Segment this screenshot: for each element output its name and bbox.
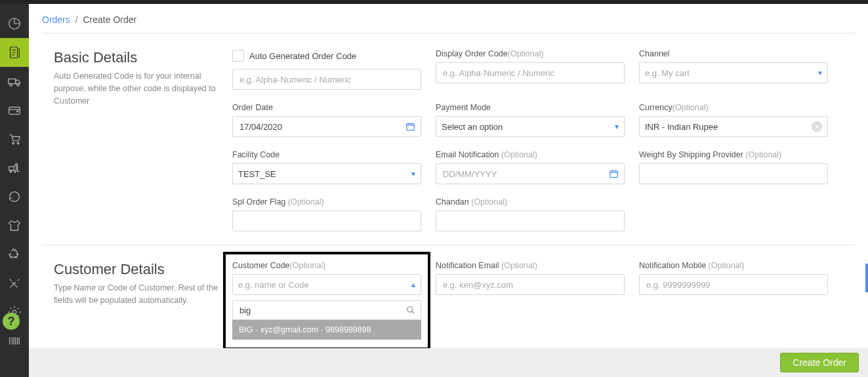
svg-point-7	[17, 142, 19, 144]
svg-point-3	[17, 84, 20, 87]
field-currency: Currency(Optional) INR - Indian Rupee ✕	[639, 103, 828, 137]
recycle-icon	[7, 247, 22, 262]
svg-rect-13	[610, 171, 617, 178]
field-channel: Channel e.g. My cart ▾	[639, 49, 828, 90]
wallet-icon	[7, 103, 22, 117]
weight-input[interactable]	[639, 163, 828, 184]
chevron-down-icon: ▾	[818, 68, 822, 77]
svg-point-9	[10, 170, 12, 172]
refresh-icon	[7, 189, 22, 204]
calendar-icon	[609, 169, 619, 179]
payment-mode-select[interactable]: Select an option ▾	[436, 116, 625, 137]
clear-icon[interactable]: ✕	[812, 121, 822, 132]
cart-icon	[7, 132, 22, 146]
customer-code-highlight: Customer Code(Optional) e.g. name or Cod…	[223, 252, 430, 350]
channel-select[interactable]: e.g. My cart ▾	[639, 62, 828, 83]
nav-shipping[interactable]	[0, 67, 29, 96]
nav-reports[interactable]	[0, 327, 29, 355]
breadcrumb-separator: /	[75, 14, 78, 25]
calendar-icon	[405, 121, 415, 132]
svg-rect-12	[407, 124, 414, 130]
forklift-icon	[7, 161, 22, 175]
nav-tools[interactable]	[0, 269, 29, 298]
nav-warehouse[interactable]	[0, 153, 29, 182]
field-facility-code: Facility Code TEST_SE ▾	[232, 150, 421, 184]
field-weight: Weight By Shipping Provider (Optional)	[639, 150, 828, 184]
side-navigation: ?	[0, 4, 29, 377]
auto-generated-label: Auto Generated Order Code	[249, 51, 356, 61]
field-notification-email: Notification Email (Optional)	[436, 261, 625, 350]
section-title-basic: Basic Details	[54, 49, 219, 66]
email-notification-input[interactable]	[436, 163, 625, 184]
field-auto-generated: Auto Generated Order Code	[232, 49, 421, 90]
svg-rect-8	[9, 167, 14, 170]
nav-history[interactable]	[0, 182, 29, 211]
help-badge[interactable]: ?	[3, 313, 20, 330]
nav-orders[interactable]	[0, 38, 29, 67]
footer-bar: Create Order	[29, 348, 868, 377]
nav-dashboard[interactable]	[0, 9, 29, 38]
customer-code-select[interactable]: e.g. name or Code ▴	[232, 274, 421, 295]
customer-search-result[interactable]: BIG - xyz@gmail.com - 9898989898	[232, 320, 421, 340]
breadcrumb-parent-link[interactable]: Orders	[42, 14, 70, 25]
spl-order-input[interactable]	[232, 210, 421, 231]
tshirt-icon	[7, 218, 22, 233]
section-title-customer: Customer Details	[54, 261, 219, 278]
chevron-up-icon: ▴	[411, 280, 415, 289]
clipboard-icon	[7, 45, 22, 60]
notification-email-input[interactable]	[436, 274, 625, 295]
svg-point-10	[14, 170, 16, 172]
create-order-button[interactable]: Create Order	[780, 353, 859, 372]
field-display-order: Display Order Code(Optional)	[436, 49, 625, 90]
nav-cart[interactable]	[0, 125, 29, 153]
section-customer-details: Customer Details Type Name or Code of Cu…	[42, 245, 855, 364]
svg-point-5	[16, 111, 18, 112]
field-customer-code: Customer Code(Optional) e.g. name or Cod…	[232, 261, 421, 340]
barcode-icon	[7, 334, 22, 348]
tools-icon	[7, 276, 22, 290]
facility-code-select[interactable]: TEST_SE ▾	[232, 163, 421, 184]
pie-chart-icon	[7, 16, 22, 31]
section-basic-details: Basic Details Auto Generated Code is for…	[42, 33, 855, 245]
field-chandan: Chandan (Optional)	[436, 197, 625, 231]
breadcrumb-current: Create Order	[83, 14, 136, 25]
nav-payments[interactable]	[0, 96, 29, 125]
chevron-down-icon: ▾	[615, 122, 619, 131]
notification-mobile-input[interactable]	[639, 274, 828, 295]
currency-select[interactable]: INR - Indian Rupee ✕	[639, 116, 828, 137]
nav-returns[interactable]	[0, 240, 29, 269]
chandan-input[interactable]	[436, 210, 625, 231]
field-order-date: Order Date	[232, 103, 421, 137]
svg-point-2	[10, 84, 12, 87]
chevron-down-icon: ▾	[411, 169, 415, 178]
field-notification-mobile: Notification Mobile (Optional)	[639, 261, 828, 350]
section-desc-basic: Auto Generated Code is for your internal…	[54, 70, 219, 107]
svg-point-14	[407, 307, 413, 312]
search-icon	[406, 306, 415, 315]
customer-search-input[interactable]	[232, 300, 421, 320]
breadcrumb: Orders / Create Order	[42, 10, 855, 33]
truck-icon	[7, 74, 22, 89]
auto-generated-checkbox[interactable]	[232, 50, 244, 62]
order-code-input[interactable]	[232, 69, 421, 90]
display-order-input[interactable]	[436, 62, 625, 83]
order-date-input[interactable]	[232, 116, 421, 137]
field-email-notification: Email Notification (Optional)	[436, 150, 625, 184]
main-content: Orders / Create Order Basic Details Auto…	[29, 4, 868, 377]
svg-point-6	[12, 142, 14, 144]
accent-strip	[865, 264, 868, 292]
section-desc-customer: Type Name or Code of Customer. Rest of t…	[54, 282, 219, 307]
svg-rect-1	[9, 79, 16, 83]
nav-products[interactable]	[0, 211, 29, 240]
field-payment-mode: Payment Mode Select an option ▾	[436, 103, 625, 137]
field-spl-order: Spl Order Flag (Optional)	[232, 197, 421, 231]
